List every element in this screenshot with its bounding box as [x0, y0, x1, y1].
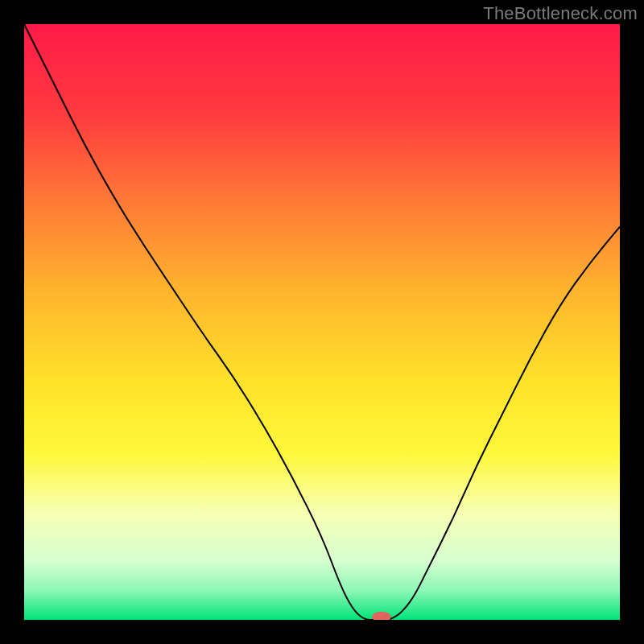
chart-stage: TheBottleneck.com	[0, 0, 644, 644]
gradient-background	[24, 24, 620, 620]
plot-area	[24, 24, 620, 620]
watermark-text: TheBottleneck.com	[483, 3, 638, 24]
chart-svg	[24, 24, 620, 620]
